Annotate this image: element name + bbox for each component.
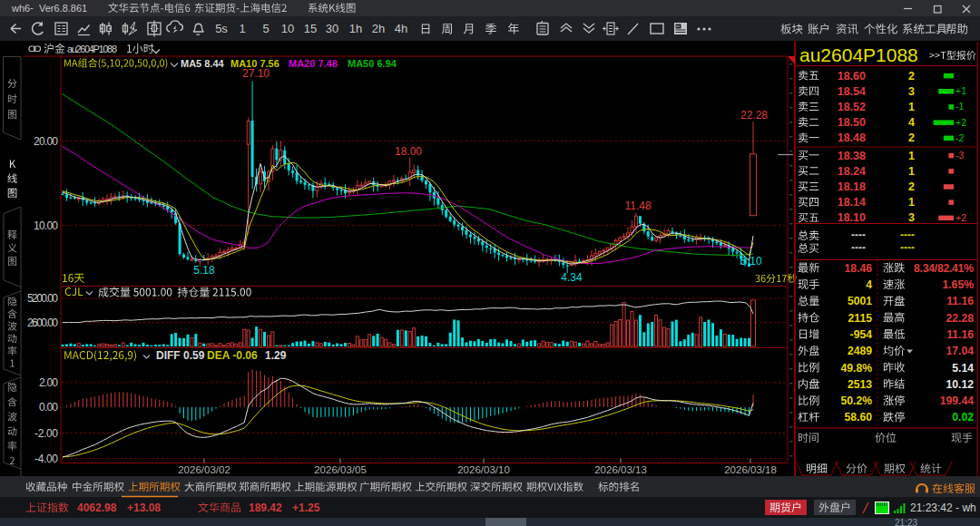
svg-text:2513: 2513	[848, 378, 872, 391]
svg-text:2026/03/13: 2026/03/13	[594, 464, 647, 475]
svg-text:----: ----	[851, 241, 866, 254]
svg-text:5: 5	[262, 22, 269, 35]
svg-text:18.46: 18.46	[845, 262, 873, 275]
svg-text:18.24: 18.24	[838, 165, 866, 178]
svg-text:1.29: 1.29	[265, 349, 287, 362]
svg-text:0.00: 0.00	[39, 401, 58, 414]
svg-text:21:23: 21:23	[895, 518, 917, 526]
svg-text:+1: +1	[956, 85, 966, 96]
svg-text:4062.98: 4062.98	[77, 502, 117, 514]
svg-text:27.10: 27.10	[242, 67, 270, 80]
svg-text:18.52: 18.52	[838, 101, 866, 113]
svg-text:0.02: 0.02	[952, 411, 974, 424]
svg-text:1: 1	[908, 165, 915, 178]
svg-text:MA10 7.56: MA10 7.56	[230, 58, 279, 69]
svg-text:10.12: 10.12	[946, 378, 975, 391]
svg-text:1: 1	[908, 101, 915, 113]
svg-text:2026/03/05: 2026/03/05	[314, 464, 367, 475]
svg-text:1.65%: 1.65%	[942, 278, 974, 291]
svg-text:2: 2	[908, 180, 915, 193]
svg-text:2115: 2115	[848, 312, 873, 325]
svg-text:3: 3	[908, 85, 915, 98]
svg-text:11.16: 11.16	[946, 328, 974, 341]
svg-text:21:23:42 - wh: 21:23:42 - wh	[910, 502, 976, 514]
svg-text:4.34: 4.34	[561, 271, 583, 284]
svg-text:11.16: 11.16	[946, 295, 974, 307]
svg-text:5.10: 5.10	[740, 255, 762, 268]
svg-text:58.60: 58.60	[845, 411, 873, 424]
svg-text:2026/03/02: 2026/03/02	[178, 464, 230, 475]
svg-text:5001: 5001	[848, 295, 872, 307]
svg-text:Ver6.8.861: Ver6.8.861	[39, 3, 87, 14]
svg-text:au2604P1088: au2604P1088	[799, 44, 918, 65]
svg-text:----: ----	[851, 229, 866, 241]
svg-text:MA20 7.48: MA20 7.48	[289, 58, 338, 69]
svg-text:18.14: 18.14	[838, 196, 866, 209]
svg-text:22.28: 22.28	[740, 109, 768, 122]
svg-text:-2: -2	[956, 132, 964, 143]
svg-text:DEA -0.06: DEA -0.06	[207, 349, 258, 362]
svg-text:49.8%: 49.8%	[840, 362, 872, 375]
svg-text:15: 15	[304, 22, 317, 35]
svg-text:20.00: 20.00	[34, 135, 58, 148]
svg-text:1: 1	[239, 22, 245, 35]
svg-text:5.14: 5.14	[952, 362, 974, 375]
svg-text:MA50 6.94: MA50 6.94	[348, 58, 397, 69]
svg-text:-3: -3	[956, 150, 964, 161]
svg-text:10: 10	[281, 22, 294, 35]
svg-text:1: 1	[908, 196, 915, 209]
svg-text:au2604P1088: au2604P1088	[67, 44, 117, 54]
svg-text:189.42: 189.42	[249, 502, 282, 514]
svg-text:DIFF 0.59: DIFF 0.59	[156, 349, 205, 362]
svg-text:2026/03/18: 2026/03/18	[724, 464, 777, 475]
svg-text:1: 1	[908, 150, 915, 162]
svg-text:18.48: 18.48	[838, 132, 866, 144]
svg-text:+2: +2	[956, 212, 966, 223]
svg-text:wh6: wh6	[11, 3, 30, 14]
svg-text:2600.00: 2600.00	[27, 317, 58, 329]
svg-text:18.00: 18.00	[395, 145, 422, 158]
svg-text:2h: 2h	[372, 22, 385, 35]
svg-text:4: 4	[908, 116, 915, 129]
svg-text:5s: 5s	[215, 22, 228, 35]
svg-text:11.48: 11.48	[624, 200, 651, 212]
svg-text:8.34/82.41%: 8.34/82.41%	[914, 262, 974, 275]
svg-text:2: 2	[908, 70, 915, 83]
svg-text:17.04: 17.04	[946, 345, 975, 357]
svg-text:50.2%: 50.2%	[840, 394, 872, 407]
svg-text:-1: -1	[956, 101, 964, 112]
svg-text:22.28: 22.28	[946, 312, 975, 325]
svg-text:18.60: 18.60	[838, 70, 866, 83]
svg-text:MA5 8.44: MA5 8.44	[181, 58, 225, 69]
svg-text:5200.00: 5200.00	[27, 292, 58, 305]
svg-text:4: 4	[866, 278, 872, 291]
svg-text:10.00: 10.00	[34, 219, 58, 232]
svg-text:18.38: 18.38	[838, 150, 866, 162]
svg-text:----: ----	[900, 229, 915, 241]
svg-text:18.18: 18.18	[838, 180, 866, 193]
svg-text:18.54: 18.54	[838, 85, 866, 98]
svg-text:3: 3	[908, 211, 915, 224]
svg-text:2026/03/10: 2026/03/10	[457, 464, 510, 475]
svg-text:18.10: 18.10	[838, 211, 866, 224]
svg-text:+2: +2	[956, 117, 966, 128]
svg-text:+1.25: +1.25	[292, 502, 320, 514]
svg-text:-2.00: -2.00	[34, 427, 58, 440]
svg-text:199.44: 199.44	[940, 394, 974, 407]
svg-text:-4.00: -4.00	[34, 453, 58, 465]
svg-text:18.50: 18.50	[838, 116, 866, 129]
svg-text:30: 30	[326, 22, 338, 35]
svg-text:1h: 1h	[349, 22, 362, 35]
svg-text:2489: 2489	[848, 345, 872, 357]
svg-text:+13.08: +13.08	[127, 502, 161, 514]
svg-text:-: -	[30, 2, 34, 13]
svg-text:4h: 4h	[395, 22, 407, 35]
svg-text:2.00: 2.00	[39, 376, 58, 389]
svg-text:2: 2	[908, 132, 915, 144]
svg-text:-954: -954	[850, 328, 873, 341]
svg-text:----: ----	[900, 241, 915, 254]
svg-text:5.18: 5.18	[193, 264, 215, 277]
